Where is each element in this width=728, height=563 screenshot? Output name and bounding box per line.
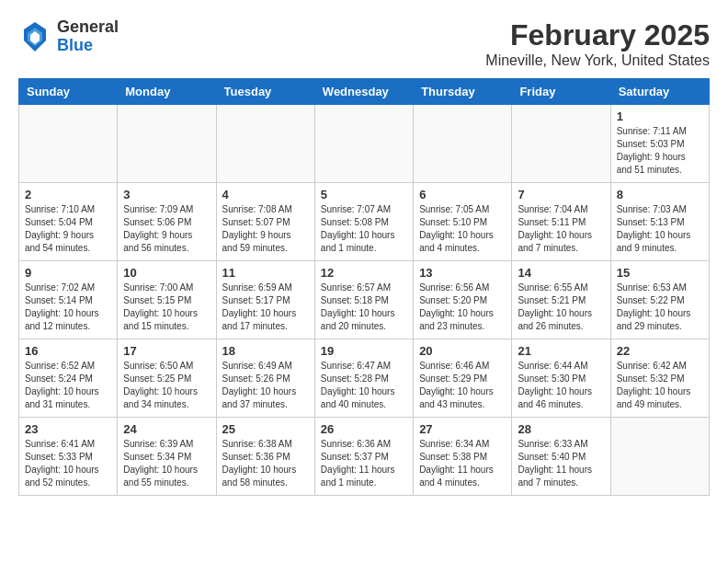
logo-text: General Blue <box>57 18 119 55</box>
calendar-cell: 1Sunrise: 7:11 AM Sunset: 5:03 PM Daylig… <box>610 105 709 183</box>
calendar-cell: 10Sunrise: 7:00 AM Sunset: 5:15 PM Dayli… <box>118 261 216 339</box>
day-number: 27 <box>419 422 506 436</box>
weekday-header-sunday: Sunday <box>19 79 118 105</box>
calendar-cell: 4Sunrise: 7:08 AM Sunset: 5:07 PM Daylig… <box>216 183 314 261</box>
calendar-cell <box>314 105 413 183</box>
day-info: Sunrise: 6:57 AM Sunset: 5:18 PM Dayligh… <box>321 282 407 333</box>
day-info: Sunrise: 6:55 AM Sunset: 5:21 PM Dayligh… <box>518 282 604 333</box>
weekday-header-thursday: Thursday <box>414 79 512 105</box>
calendar-cell: 7Sunrise: 7:04 AM Sunset: 5:11 PM Daylig… <box>512 183 610 261</box>
day-number: 26 <box>321 422 407 436</box>
calendar-cell: 9Sunrise: 7:02 AM Sunset: 5:14 PM Daylig… <box>19 261 118 339</box>
day-info: Sunrise: 6:47 AM Sunset: 5:28 PM Dayligh… <box>321 360 407 411</box>
day-number: 4 <box>222 188 309 201</box>
day-number: 5 <box>321 188 407 201</box>
day-info: Sunrise: 7:05 AM Sunset: 5:10 PM Dayligh… <box>419 203 506 255</box>
calendar-cell: 2Sunrise: 7:10 AM Sunset: 5:04 PM Daylig… <box>19 183 118 261</box>
day-info: Sunrise: 6:49 AM Sunset: 5:26 PM Dayligh… <box>222 360 309 411</box>
calendar-cell: 26Sunrise: 6:36 AM Sunset: 5:37 PM Dayli… <box>314 418 413 496</box>
day-number: 8 <box>617 188 703 201</box>
calendar-cell: 24Sunrise: 6:39 AM Sunset: 5:34 PM Dayli… <box>118 418 216 496</box>
day-number: 21 <box>518 344 604 358</box>
day-info: Sunrise: 6:36 AM Sunset: 5:37 PM Dayligh… <box>321 438 407 489</box>
calendar-cell <box>414 105 512 183</box>
logo-blue: Blue <box>57 36 93 54</box>
calendar-cell <box>512 105 610 183</box>
day-number: 10 <box>123 266 210 280</box>
day-info: Sunrise: 6:46 AM Sunset: 5:29 PM Dayligh… <box>419 360 506 411</box>
day-number: 11 <box>222 266 309 280</box>
calendar-cell: 13Sunrise: 6:56 AM Sunset: 5:20 PM Dayli… <box>414 261 512 339</box>
calendar-cell: 16Sunrise: 6:52 AM Sunset: 5:24 PM Dayli… <box>19 339 118 418</box>
day-info: Sunrise: 7:04 AM Sunset: 5:11 PM Dayligh… <box>518 203 604 255</box>
calendar-cell: 17Sunrise: 6:50 AM Sunset: 5:25 PM Dayli… <box>118 339 216 418</box>
calendar-table: SundayMondayTuesdayWednesdayThursdayFrid… <box>18 78 710 496</box>
calendar-cell: 27Sunrise: 6:34 AM Sunset: 5:38 PM Dayli… <box>414 418 512 496</box>
day-number: 28 <box>518 422 604 436</box>
calendar-cell: 18Sunrise: 6:49 AM Sunset: 5:26 PM Dayli… <box>216 339 314 418</box>
day-info: Sunrise: 6:41 AM Sunset: 5:33 PM Dayligh… <box>25 438 111 489</box>
day-info: Sunrise: 7:00 AM Sunset: 5:15 PM Dayligh… <box>123 282 210 333</box>
day-number: 16 <box>25 344 111 358</box>
page-title: February 2025 <box>485 18 710 52</box>
day-number: 6 <box>419 188 506 201</box>
day-number: 25 <box>222 422 309 436</box>
calendar-cell <box>118 105 216 183</box>
day-number: 22 <box>617 344 703 358</box>
day-info: Sunrise: 6:52 AM Sunset: 5:24 PM Dayligh… <box>25 360 111 411</box>
day-info: Sunrise: 7:09 AM Sunset: 5:06 PM Dayligh… <box>123 203 210 255</box>
day-info: Sunrise: 7:07 AM Sunset: 5:08 PM Dayligh… <box>321 203 407 255</box>
day-number: 14 <box>518 266 604 280</box>
day-info: Sunrise: 6:59 AM Sunset: 5:17 PM Dayligh… <box>222 282 309 333</box>
day-number: 19 <box>321 344 407 358</box>
weekday-header-saturday: Saturday <box>610 79 709 105</box>
logo-icon <box>18 20 51 53</box>
calendar-cell: 25Sunrise: 6:38 AM Sunset: 5:36 PM Dayli… <box>216 418 314 496</box>
weekday-header-tuesday: Tuesday <box>216 79 314 105</box>
day-info: Sunrise: 7:02 AM Sunset: 5:14 PM Dayligh… <box>25 282 111 333</box>
calendar-cell: 19Sunrise: 6:47 AM Sunset: 5:28 PM Dayli… <box>314 339 413 418</box>
day-number: 15 <box>617 266 703 280</box>
calendar-cell: 12Sunrise: 6:57 AM Sunset: 5:18 PM Dayli… <box>314 261 413 339</box>
calendar-cell <box>610 418 709 496</box>
day-info: Sunrise: 6:39 AM Sunset: 5:34 PM Dayligh… <box>123 438 210 489</box>
calendar-cell: 5Sunrise: 7:07 AM Sunset: 5:08 PM Daylig… <box>314 183 413 261</box>
calendar-cell <box>19 105 118 183</box>
calendar-cell: 11Sunrise: 6:59 AM Sunset: 5:17 PM Dayli… <box>216 261 314 339</box>
calendar-cell: 22Sunrise: 6:42 AM Sunset: 5:32 PM Dayli… <box>610 339 709 418</box>
day-info: Sunrise: 7:11 AM Sunset: 5:03 PM Dayligh… <box>617 125 703 177</box>
day-number: 24 <box>123 422 210 436</box>
calendar-cell: 15Sunrise: 6:53 AM Sunset: 5:22 PM Dayli… <box>610 261 709 339</box>
calendar-cell: 14Sunrise: 6:55 AM Sunset: 5:21 PM Dayli… <box>512 261 610 339</box>
logo: General Blue <box>18 18 119 55</box>
day-info: Sunrise: 6:44 AM Sunset: 5:30 PM Dayligh… <box>518 360 604 411</box>
day-info: Sunrise: 7:03 AM Sunset: 5:13 PM Dayligh… <box>617 203 703 255</box>
day-number: 12 <box>321 266 407 280</box>
day-number: 7 <box>518 188 604 201</box>
day-info: Sunrise: 6:33 AM Sunset: 5:40 PM Dayligh… <box>518 438 604 489</box>
calendar-cell: 28Sunrise: 6:33 AM Sunset: 5:40 PM Dayli… <box>512 418 610 496</box>
day-info: Sunrise: 7:10 AM Sunset: 5:04 PM Dayligh… <box>25 203 111 255</box>
day-number: 3 <box>123 188 210 201</box>
day-number: 1 <box>617 109 703 123</box>
page-subtitle: Mineville, New York, United States <box>485 52 710 69</box>
day-info: Sunrise: 6:42 AM Sunset: 5:32 PM Dayligh… <box>617 360 703 411</box>
weekday-header-monday: Monday <box>118 79 216 105</box>
calendar-cell: 23Sunrise: 6:41 AM Sunset: 5:33 PM Dayli… <box>19 418 118 496</box>
day-number: 13 <box>419 266 506 280</box>
day-info: Sunrise: 6:50 AM Sunset: 5:25 PM Dayligh… <box>123 360 210 411</box>
day-number: 9 <box>25 266 111 280</box>
day-number: 20 <box>419 344 506 358</box>
logo-general: General <box>57 17 119 36</box>
calendar-cell: 6Sunrise: 7:05 AM Sunset: 5:10 PM Daylig… <box>414 183 512 261</box>
weekday-header-wednesday: Wednesday <box>314 79 413 105</box>
calendar-cell: 21Sunrise: 6:44 AM Sunset: 5:30 PM Dayli… <box>512 339 610 418</box>
calendar-cell: 3Sunrise: 7:09 AM Sunset: 5:06 PM Daylig… <box>118 183 216 261</box>
day-info: Sunrise: 6:34 AM Sunset: 5:38 PM Dayligh… <box>419 438 506 489</box>
calendar-cell <box>216 105 314 183</box>
day-info: Sunrise: 6:53 AM Sunset: 5:22 PM Dayligh… <box>617 282 703 333</box>
day-number: 18 <box>222 344 309 358</box>
calendar-cell: 20Sunrise: 6:46 AM Sunset: 5:29 PM Dayli… <box>414 339 512 418</box>
calendar-cell: 8Sunrise: 7:03 AM Sunset: 5:13 PM Daylig… <box>610 183 709 261</box>
page-header: General Blue February 2025 Mineville, Ne… <box>18 18 710 69</box>
